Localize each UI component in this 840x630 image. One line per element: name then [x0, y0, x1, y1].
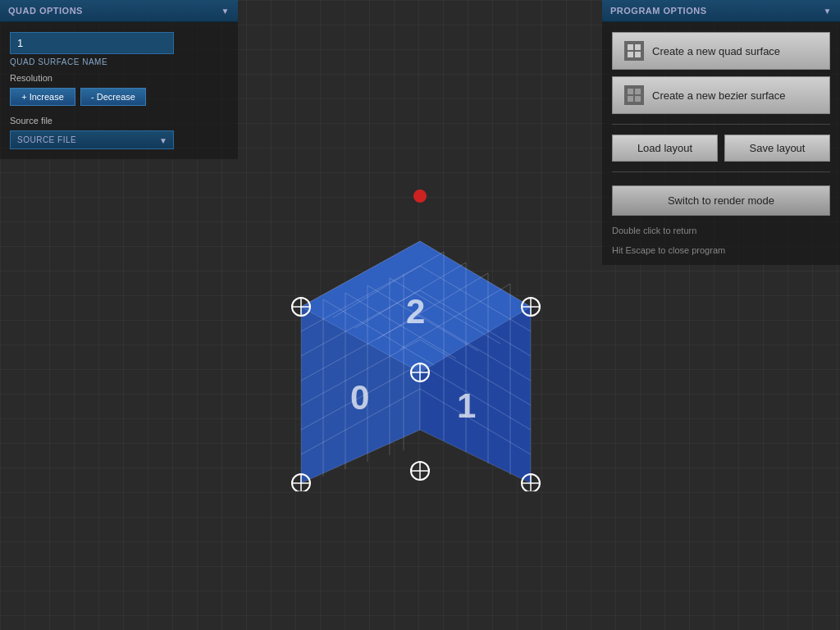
escape-hint: Hit Escape to close program — [612, 245, 830, 255]
surface-name-label: Quad Surface Name — [10, 57, 228, 66]
surface-name-input[interactable] — [10, 32, 174, 54]
svg-rect-4 — [628, 89, 633, 94]
left-panel: Quad Options ▼ Quad Surface Name Resolut… — [0, 0, 238, 159]
right-panel-header: Program Options ▼ — [602, 0, 840, 22]
right-panel-body: Create a new quad surface Create a new b… — [602, 22, 840, 265]
right-panel-title: Program Options — [610, 6, 707, 16]
red-dot-svg — [413, 189, 427, 203]
source-file-select[interactable]: Source File — [10, 130, 174, 149]
svg-rect-1 — [635, 44, 641, 50]
face-label-2: 2 — [406, 292, 425, 331]
create-bezier-button[interactable]: Create a new bezier surface — [612, 76, 830, 114]
divider-1 — [612, 124, 830, 125]
resolution-buttons: + Increase - Decrease — [10, 88, 228, 106]
face-label-1: 1 — [457, 386, 476, 425]
render-mode-button[interactable]: Switch to render mode — [612, 185, 830, 216]
cube-container: 0 1 2 — [276, 180, 564, 491]
divider-2 — [612, 171, 830, 172]
svg-rect-6 — [628, 96, 633, 102]
quad-icon — [624, 41, 644, 61]
svg-rect-7 — [635, 96, 641, 102]
create-bezier-label: Create a new bezier surface — [652, 89, 786, 102]
source-file-wrapper: Source File ▼ — [10, 130, 174, 149]
bezier-icon — [624, 85, 644, 105]
create-quad-label: Create a new quad surface — [652, 45, 780, 57]
layout-buttons: Load layout Save layout — [612, 135, 830, 162]
cube-svg: 0 1 2 — [276, 180, 564, 491]
create-quad-button[interactable]: Create a new quad surface — [612, 32, 830, 70]
right-panel: Program Options ▼ Create a new quad surf… — [602, 0, 840, 265]
load-layout-button[interactable]: Load layout — [612, 135, 718, 162]
left-panel-title: Quad Options — [8, 6, 83, 16]
save-layout-button[interactable]: Save layout — [724, 135, 830, 162]
source-file-label: Source file — [10, 116, 228, 126]
left-panel-header: Quad Options ▼ — [0, 0, 238, 22]
right-panel-arrow-icon: ▼ — [824, 7, 832, 16]
resolution-label: Resolution — [10, 73, 228, 83]
svg-rect-3 — [635, 52, 641, 57]
cube-area: 0 1 2 — [238, 41, 602, 630]
left-panel-arrow-icon: ▼ — [221, 7, 230, 16]
svg-rect-2 — [628, 52, 633, 57]
svg-rect-5 — [635, 89, 641, 94]
svg-rect-0 — [628, 44, 633, 50]
face-label-0: 0 — [350, 378, 369, 417]
increase-button[interactable]: + Increase — [10, 88, 75, 106]
decrease-button[interactable]: - Decrease — [80, 88, 146, 106]
double-click-hint: Double click to return — [612, 226, 830, 235]
left-panel-body: Quad Surface Name Resolution + Increase … — [0, 22, 238, 159]
